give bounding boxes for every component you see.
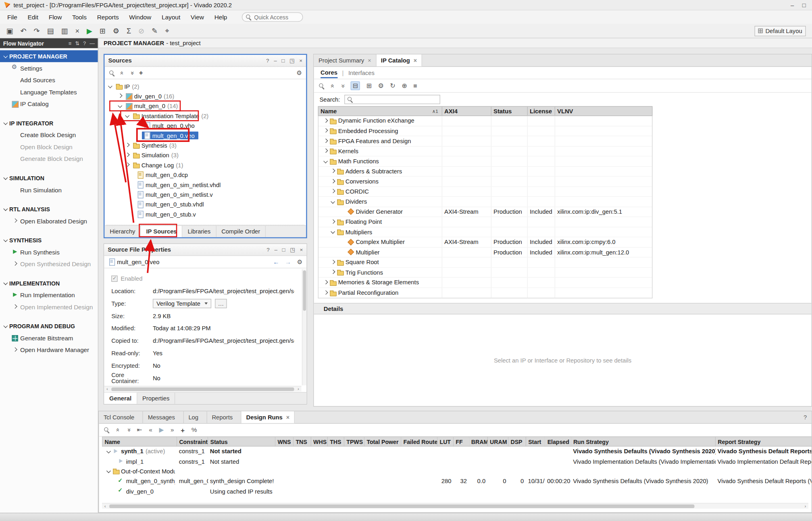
tree-item[interactable]: mult_gen_0.dcp: [107, 170, 306, 179]
expand-icon[interactable]: [331, 270, 336, 275]
cores-tab[interactable]: Cores: [321, 68, 337, 78]
run-icon[interactable]: ▶: [87, 27, 92, 35]
menu-icon[interactable]: ≡: [69, 40, 72, 46]
close-icon[interactable]: ×: [368, 57, 371, 63]
catalog-row[interactable]: Floating Point: [319, 217, 652, 227]
expand-icon[interactable]: [112, 479, 117, 484]
maximize-icon[interactable]: □: [282, 246, 285, 252]
expand-icon[interactable]: [331, 219, 336, 224]
sources-tab[interactable]: Libraries: [183, 226, 217, 237]
bottom-tab[interactable]: Log: [184, 411, 207, 423]
expand-icon[interactable]: [112, 459, 117, 464]
expand-all-icon[interactable]: «: [339, 84, 346, 88]
tree-item[interactable]: Change Log (1): [107, 160, 306, 170]
horizontal-scrollbar[interactable]: ‹ ›: [104, 386, 301, 392]
copy-icon[interactable]: ▥: [61, 27, 68, 35]
catalog-search-input[interactable]: [355, 96, 433, 102]
expand-icon[interactable]: [324, 290, 329, 295]
expand-icon[interactable]: [106, 449, 111, 454]
column-header-axi4[interactable]: AXI4: [442, 107, 491, 116]
expand-icon[interactable]: [125, 113, 130, 118]
design-run-row[interactable]: impl_1 constrs_1 Not started: [102, 456, 812, 466]
menu-item[interactable]: Flow: [44, 11, 67, 23]
probe-icon[interactable]: ⌖: [165, 27, 169, 35]
back-icon[interactable]: ←: [273, 258, 279, 265]
expand-icon[interactable]: [129, 212, 134, 217]
column-header-vlnv[interactable]: VLNV: [555, 107, 652, 116]
collapse-icon[interactable]: —: [90, 40, 95, 46]
flow-item[interactable]: Run Simulation: [0, 184, 98, 196]
catalog-row[interactable]: Adders & Subtracters: [319, 167, 652, 177]
column-header[interactable]: WHS: [311, 437, 327, 446]
column-header[interactable]: Elapsed: [545, 437, 571, 446]
expand-icon[interactable]: [331, 260, 336, 265]
quick-access-input[interactable]: [254, 14, 298, 20]
minimize-button[interactable]: –: [791, 2, 794, 8]
scroll-left-icon[interactable]: ‹: [102, 503, 108, 508]
expand-icon[interactable]: [324, 139, 329, 144]
taxonomy-view-icon[interactable]: ⊞: [366, 82, 372, 90]
document-tab[interactable]: IP Catalog ×: [376, 54, 422, 67]
bottom-tab[interactable]: Messages: [143, 411, 184, 423]
tree-item[interactable]: mult_gen_0_stub.v: [107, 209, 306, 219]
flow-item[interactable]: Run Implementation: [0, 289, 98, 301]
flow-item[interactable]: Generate Bitstream: [0, 332, 98, 344]
catalog-row[interactable]: Partial Reconfiguration: [319, 288, 652, 298]
close-icon[interactable]: ×: [414, 57, 417, 63]
properties-tab[interactable]: General: [104, 393, 137, 404]
search-icon[interactable]: [104, 427, 110, 433]
catalog-row[interactable]: FPGA Features and Design: [319, 136, 652, 146]
column-header[interactable]: BRAM: [469, 437, 487, 446]
help-icon[interactable]: ?: [266, 58, 269, 64]
tree-item[interactable]: mult_gen_0_sim_netlist.v: [107, 190, 306, 199]
percent-icon[interactable]: %: [192, 426, 197, 433]
document-tab[interactable]: Project Summary ×: [314, 54, 376, 67]
save-icon[interactable]: ▣: [6, 27, 13, 35]
menu-item[interactable]: Tools: [67, 11, 92, 23]
expand-icon[interactable]: [341, 250, 346, 254]
undo-icon[interactable]: ↶: [20, 27, 26, 35]
prev-icon[interactable]: «: [149, 426, 152, 433]
collapse-all-icon[interactable]: «: [119, 71, 126, 75]
delete-icon[interactable]: ×: [75, 27, 79, 35]
catalog-row[interactable]: Complex Multiplier AXI4-Stream Productio…: [319, 237, 652, 247]
flow-section-header[interactable]: IMPLEMENTATION: [0, 277, 98, 289]
flow-section-header[interactable]: RTL ANALYSIS: [0, 203, 98, 215]
search-icon[interactable]: [319, 83, 325, 89]
bottom-tab[interactable]: Tcl Console: [99, 411, 143, 423]
tree-item[interactable]: IP (2): [107, 81, 306, 91]
expand-icon[interactable]: [125, 153, 130, 158]
expand-icon[interactable]: [106, 469, 111, 474]
interfaces-tab[interactable]: Interfaces: [348, 70, 375, 76]
flow-section-header[interactable]: SIMULATION: [0, 172, 98, 184]
tree-item[interactable]: Instantiation Template (2): [107, 111, 306, 121]
expand-icon[interactable]: [331, 189, 336, 194]
sources-tab[interactable]: IP Sources: [141, 226, 183, 237]
float-icon[interactable]: ◳: [290, 246, 295, 252]
enabled-checkbox[interactable]: [111, 275, 117, 281]
tree-item[interactable]: mult_gen_0.vho: [107, 121, 306, 130]
design-run-row[interactable]: synth_1 (active) constrs_1 Not started: [102, 446, 812, 456]
column-header[interactable]: Failed Routes: [401, 437, 437, 446]
tree-item[interactable]: mult_gen_0_sim_netlist.vhdl: [107, 180, 306, 190]
expand-icon[interactable]: [324, 159, 329, 164]
minimize-icon[interactable]: –: [274, 58, 277, 64]
expand-icon[interactable]: [324, 280, 329, 285]
menu-item[interactable]: File: [2, 11, 23, 23]
expand-icon[interactable]: [324, 129, 329, 133]
column-header[interactable]: URAM: [487, 437, 508, 446]
menu-item[interactable]: Edit: [23, 11, 44, 23]
scroll-right-icon[interactable]: ›: [802, 503, 808, 508]
report-icon[interactable]: ▤: [47, 27, 54, 35]
properties-tab[interactable]: Properties: [137, 393, 175, 404]
expand-icon[interactable]: [118, 94, 123, 98]
bottom-tab[interactable]: Reports: [207, 411, 242, 423]
expand-icon[interactable]: [118, 104, 123, 108]
menu-item[interactable]: Layout: [156, 11, 185, 23]
catalog-row[interactable]: Square Root: [319, 257, 652, 267]
flow-item[interactable]: Open Block Design: [0, 141, 98, 153]
tree-item[interactable]: mult_gen_0.veo: [107, 131, 306, 140]
stop-icon[interactable]: ■: [413, 82, 417, 90]
expand-icon[interactable]: [341, 209, 346, 214]
add-sources-icon[interactable]: +: [139, 69, 143, 77]
